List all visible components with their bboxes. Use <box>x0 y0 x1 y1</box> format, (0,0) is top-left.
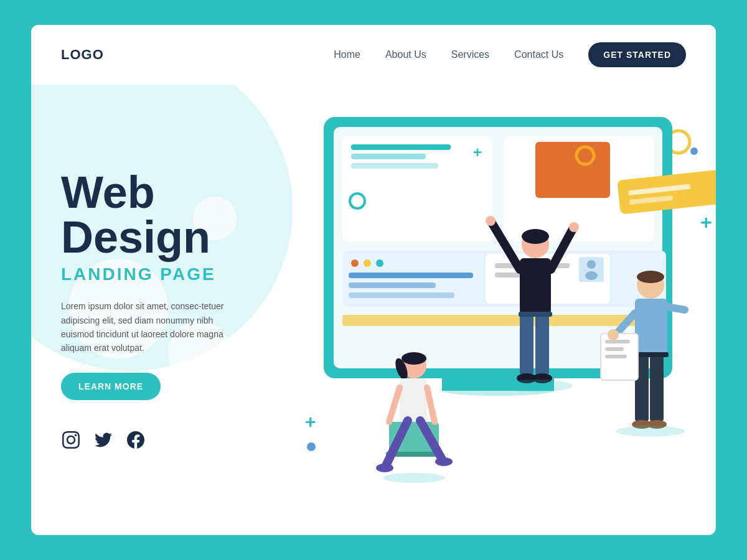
svg-rect-12 <box>349 282 436 288</box>
svg-point-25 <box>522 229 549 244</box>
person-standing-body <box>520 258 551 314</box>
hero-subtitle: LANDING PAGE <box>61 264 263 284</box>
svg-rect-51 <box>605 355 627 358</box>
person-standing-leg-left <box>520 313 533 375</box>
left-panel: Web Design LANDING PAGE Lorem ipsum dolo… <box>31 85 293 535</box>
svg-point-9 <box>364 259 371 267</box>
nav-services[interactable]: Services <box>451 49 489 60</box>
deco-dot <box>690 147 698 155</box>
svg-rect-32 <box>519 312 552 317</box>
svg-point-33 <box>402 352 426 365</box>
page-wrapper: LOGO Home About Us Services Contact Us G… <box>31 25 716 535</box>
main-content: Web Design LANDING PAGE Lorem ipsum dolo… <box>31 85 716 535</box>
instagram-icon[interactable] <box>61 430 81 450</box>
social-icons <box>61 430 263 450</box>
svg-point-38 <box>376 464 393 472</box>
svg-point-28 <box>486 216 496 226</box>
svg-point-18 <box>587 260 596 269</box>
person-sitting-body <box>400 378 427 422</box>
svg-point-39 <box>435 457 453 466</box>
svg-point-52 <box>608 329 619 340</box>
svg-rect-3 <box>351 163 438 169</box>
facebook-icon[interactable] <box>126 430 146 450</box>
svg-line-41 <box>427 388 435 422</box>
svg-rect-2 <box>351 154 426 159</box>
svg-point-29 <box>569 222 579 232</box>
svg-point-19 <box>585 271 598 280</box>
svg-point-53 <box>498 380 573 392</box>
svg-rect-6 <box>535 142 610 198</box>
svg-text:+: + <box>305 411 316 432</box>
svg-rect-45 <box>634 352 669 357</box>
hero-title: Web Design <box>61 170 263 259</box>
screen-card-tl <box>342 136 492 241</box>
hero-description: Lorem ipsum dolor sit amet, consec-tetue… <box>61 299 248 355</box>
svg-point-54 <box>383 473 445 483</box>
nav-home[interactable]: Home <box>334 49 360 60</box>
twitter-icon[interactable] <box>93 430 113 450</box>
svg-point-42 <box>637 271 664 283</box>
logo: LOGO <box>61 47 104 63</box>
svg-point-10 <box>376 259 383 267</box>
svg-rect-49 <box>605 340 630 343</box>
nav-about[interactable]: About Us <box>385 49 426 60</box>
svg-rect-11 <box>349 273 473 278</box>
get-started-button[interactable]: GET STARTED <box>588 42 686 67</box>
learn-more-button[interactable]: LEARN MORE <box>61 373 161 400</box>
svg-line-40 <box>389 388 400 422</box>
svg-rect-13 <box>349 292 454 298</box>
svg-text:+: + <box>473 144 482 161</box>
right-panel: + + <box>293 85 716 535</box>
nav-contact[interactable]: Contact Us <box>514 49 563 60</box>
svg-point-8 <box>351 259 359 267</box>
svg-point-22 <box>307 442 316 451</box>
person-standing-leg-right <box>535 313 549 375</box>
svg-rect-50 <box>605 347 624 351</box>
svg-text:+: + <box>700 211 712 233</box>
person-right-body <box>635 299 667 355</box>
svg-rect-1 <box>351 144 451 150</box>
svg-line-47 <box>667 307 685 310</box>
svg-point-55 <box>616 426 685 437</box>
illustration: + + <box>293 85 716 535</box>
person-right-leg-r <box>650 353 664 422</box>
screen-bottom-bar <box>342 315 666 326</box>
nav: Home About Us Services Contact Us GET ST… <box>334 42 686 67</box>
header: LOGO Home About Us Services Contact Us G… <box>31 25 716 85</box>
